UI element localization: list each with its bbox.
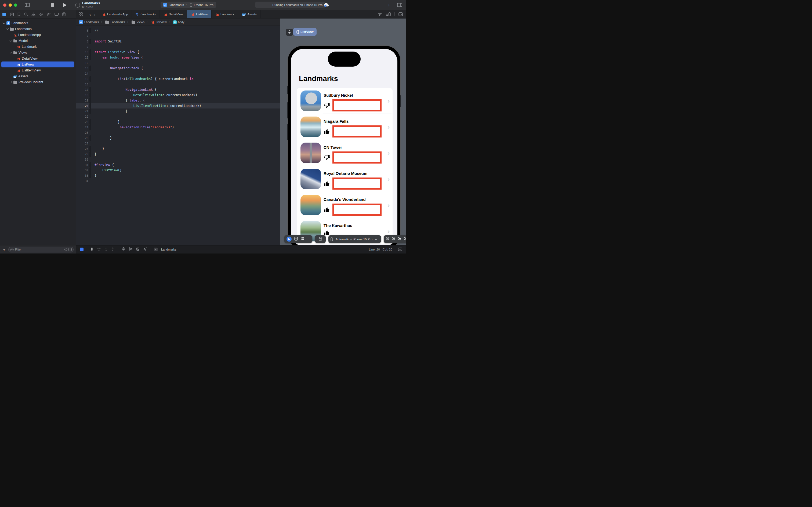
code-line-27[interactable]: 27 xyxy=(76,141,280,146)
code-line-17[interactable]: 17 NavigationLink { xyxy=(76,87,280,92)
go-forward-icon[interactable]: › xyxy=(94,12,95,17)
code-line-21[interactable]: 21 } xyxy=(76,109,280,114)
new-tab-button[interactable]: ＋ xyxy=(387,3,391,7)
environment-overrides-icon[interactable] xyxy=(136,247,139,252)
variants-mode-icon[interactable] xyxy=(300,237,304,242)
preview-target-pill[interactable]: ListView xyxy=(293,28,316,36)
code-line-6[interactable]: 6// xyxy=(76,28,280,33)
add-file-button[interactable]: ＋ xyxy=(2,247,6,252)
landmark-row-rom[interactable]: Royal Ontario Museum› xyxy=(297,166,393,192)
pause-execution-icon[interactable] xyxy=(91,247,94,252)
code-line-28[interactable]: 28 } xyxy=(76,146,280,152)
tests-icon[interactable] xyxy=(39,12,43,16)
code-line-16[interactable]: 16 xyxy=(76,81,280,87)
recent-files-icon[interactable] xyxy=(64,248,67,251)
step-into-icon[interactable] xyxy=(105,247,108,252)
minimize-window-button[interactable] xyxy=(9,3,12,7)
disclosure-open-icon[interactable] xyxy=(10,51,12,54)
code-line-9[interactable]: 9 xyxy=(76,44,280,49)
source-control-icon[interactable] xyxy=(10,12,14,16)
code-line-24[interactable]: 24 .navigationTitle("Landmarks") xyxy=(76,125,280,130)
issues-icon[interactable] xyxy=(32,12,36,16)
step-out-icon[interactable] xyxy=(111,247,114,252)
sidebar-item-landmarksapp[interactable]: LandmarksApp xyxy=(1,32,74,38)
code-area[interactable]: 6//78import SwiftUI910struct ListView: V… xyxy=(76,26,280,245)
code-line-33[interactable]: 33} xyxy=(76,173,280,178)
code-line-11[interactable]: 11 var body: some View { xyxy=(76,55,280,60)
device-picker-pill[interactable]: Automatic – iPhone 15 Pro xyxy=(329,235,381,243)
code-line-14[interactable]: 14 xyxy=(76,71,280,76)
simulate-location-icon[interactable] xyxy=(143,247,147,252)
sidebar-item-landmarks[interactable]: Landmarks xyxy=(1,20,74,26)
source-control-filter-icon[interactable] xyxy=(68,248,72,251)
zoom-fit-icon[interactable] xyxy=(398,237,401,242)
code-line-15[interactable]: 15 List(allLandmarks) { currentLandmark … xyxy=(76,76,280,81)
code-line-25[interactable]: 25 xyxy=(76,130,280,135)
code-line-12[interactable]: 12 xyxy=(76,60,280,65)
pin-preview-button[interactable] xyxy=(286,29,293,36)
debug-icon[interactable] xyxy=(47,12,51,16)
code-line-20[interactable]: 20 ListItemView(item: currentLandmark) xyxy=(76,103,280,109)
device-settings-icon[interactable] xyxy=(318,237,322,242)
code-line-18[interactable]: 18 DetailView(item: currentLandmark) xyxy=(76,92,280,98)
landmark-row-sudbury[interactable]: Sudbury Nickel› xyxy=(297,88,393,114)
sidebar-item-landmarks[interactable]: Landmarks xyxy=(1,26,74,32)
zoom-in-icon[interactable] xyxy=(404,237,406,242)
code-line-19[interactable]: 19 } label: { xyxy=(76,98,280,103)
sidebar-item-preview-content[interactable]: Preview Content xyxy=(1,79,74,85)
code-line-29[interactable]: 29} xyxy=(76,152,280,157)
code-line-13[interactable]: 13 NavigationStack { xyxy=(76,65,280,71)
zoom-100-icon[interactable] xyxy=(392,237,396,242)
scheme-selector[interactable]: Landmarks 〉 iPhone 15 Pro xyxy=(161,2,216,8)
code-line-23[interactable]: 23 } xyxy=(76,119,280,125)
tab-listview[interactable]: ListView xyxy=(187,10,212,18)
landmark-row-cntower[interactable]: CN Tower› xyxy=(297,140,393,166)
landmark-row-niagara[interactable]: Niagara Falls› xyxy=(297,114,393,140)
sidebar-item-assets[interactable]: Assets xyxy=(1,73,74,79)
sidebar-item-listview[interactable]: ListView xyxy=(1,61,74,67)
code-line-30[interactable]: 30 xyxy=(76,157,280,162)
tab-detailview[interactable]: DetailView xyxy=(160,10,187,18)
code-line-8[interactable]: 8import SwiftUI xyxy=(76,39,280,44)
toggle-inspector-icon[interactable] xyxy=(397,3,402,7)
disclosure-open-icon[interactable] xyxy=(10,39,12,42)
run-button[interactable] xyxy=(63,3,67,7)
code-line-26[interactable]: 26 } xyxy=(76,135,280,141)
tab-landmark[interactable]: Landmark xyxy=(212,10,238,18)
reports-icon[interactable] xyxy=(62,12,65,16)
breakpoints-icon[interactable] xyxy=(55,13,59,16)
code-review-icon[interactable] xyxy=(378,13,383,16)
filter-field[interactable]: Filter xyxy=(8,247,73,252)
running-app-label[interactable]: Landmarks xyxy=(161,248,176,251)
project-navigator-folder-icon[interactable] xyxy=(2,13,6,16)
zoom-window-button[interactable] xyxy=(14,3,17,7)
tab-assets[interactable]: Assets xyxy=(238,10,261,18)
zoom-out-icon[interactable] xyxy=(386,237,390,242)
code-line-22[interactable]: 22 xyxy=(76,114,280,119)
sidebar-item-views[interactable]: Views xyxy=(1,50,74,56)
view-hierarchy-icon[interactable] xyxy=(122,247,125,252)
breadcrumb-item-landmarks[interactable]: Landmarks xyxy=(105,20,125,23)
breadcrumb-item-views[interactable]: Views xyxy=(131,20,144,23)
related-items-icon[interactable] xyxy=(79,12,83,16)
disclosure-closed-icon[interactable] xyxy=(10,81,12,83)
breadcrumb-item-listview[interactable]: ListView xyxy=(151,20,167,24)
disclosure-open-icon[interactable] xyxy=(3,21,5,24)
code-line-31[interactable]: 31#Preview { xyxy=(76,162,280,168)
breadcrumb-item-landmarks[interactable]: Landmarks xyxy=(79,20,99,24)
add-editor-icon[interactable] xyxy=(399,12,403,16)
scheme-destination[interactable]: iPhone 15 Pro xyxy=(194,3,214,6)
scheme-name[interactable]: Landmarks xyxy=(169,3,184,6)
go-back-icon[interactable]: ‹ xyxy=(90,12,91,17)
editor-options-icon[interactable] xyxy=(386,12,391,16)
stop-button[interactable] xyxy=(51,3,54,7)
live-preview-button[interactable] xyxy=(287,237,292,242)
code-line-7[interactable]: 7 xyxy=(76,33,280,39)
code-line-32[interactable]: 32 ListView() xyxy=(76,168,280,173)
sidebar-item-detailview[interactable]: DetailView xyxy=(1,56,74,61)
step-over-icon[interactable] xyxy=(97,247,101,252)
close-window-button[interactable] xyxy=(3,3,6,7)
toggle-navigator-icon[interactable] xyxy=(25,3,30,7)
tab-landmarksapp[interactable]: LandmarksApp xyxy=(98,10,132,18)
code-line-10[interactable]: 10struct ListView: View { xyxy=(76,49,280,55)
